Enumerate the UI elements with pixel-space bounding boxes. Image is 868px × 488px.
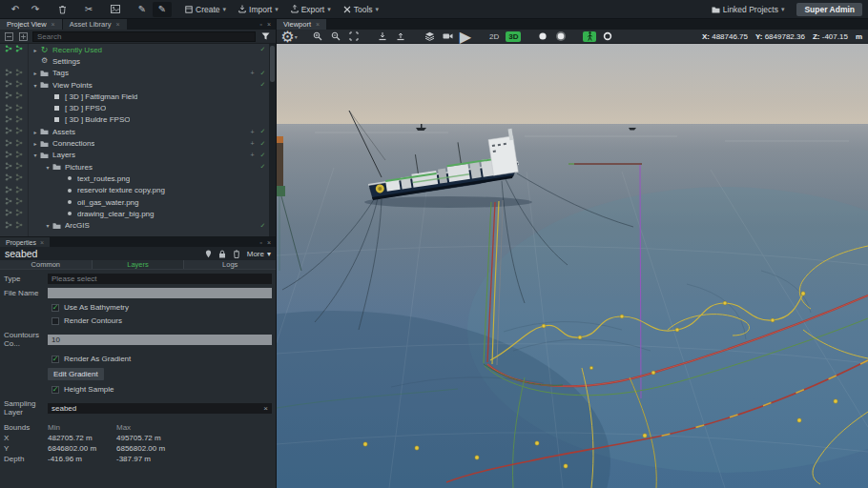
chevron-icon[interactable]: ▾ [44, 222, 52, 229]
project-tree[interactable]: ▸↻Recently Used✓⚙Settings▸Tags+✓▾View Po… [0, 44, 276, 236]
link-icon[interactable] [5, 127, 12, 136]
more-menu[interactable]: More▾ [247, 250, 271, 258]
visibility-check-icon[interactable]: ✓ [258, 81, 268, 89]
link-icon[interactable] [15, 104, 23, 113]
tab-properties[interactable]: Properties× [0, 237, 50, 247]
use-as-bathymetry-row[interactable]: ✓ Use As Bathymetry [52, 303, 272, 312]
zoom-fit-icon[interactable] [347, 30, 361, 42]
collapse-all-icon[interactable] [4, 31, 14, 42]
file-name-input[interactable] [48, 288, 272, 298]
shading-flat-icon[interactable] [536, 30, 549, 42]
tree-item-assets[interactable]: ▸Assets+✓ [0, 126, 276, 137]
tree-item-view-points[interactable]: ▾View Points✓ [0, 79, 276, 91]
edit-gradient-button[interactable]: Edit Gradient [48, 368, 104, 380]
link-icon[interactable] [15, 209, 23, 218]
view-2d-button[interactable]: 2D [487, 32, 501, 41]
link-icon[interactable] [5, 209, 12, 218]
tree-item-drawing-clear-big-png[interactable]: drawing_clear_big.png [0, 208, 276, 219]
link-icon[interactable] [15, 186, 23, 195]
link-icon[interactable] [5, 197, 12, 207]
type-select[interactable]: Please select [48, 274, 272, 284]
chevron-icon[interactable]: ▸ [31, 70, 39, 76]
render-contours-row[interactable]: Render Contours [52, 316, 272, 325]
linked-projects-menu[interactable]: Linked Projects▾ [706, 3, 791, 16]
visibility-check-icon[interactable]: ✓ [258, 152, 268, 159]
tree-item-3d-fpso[interactable]: [ 3D ] FPSO [0, 102, 276, 113]
visibility-check-icon[interactable]: ✓ [258, 222, 268, 230]
align-to-seabed-icon[interactable] [376, 30, 389, 42]
measure-icon[interactable]: ✎ [153, 2, 172, 17]
link-icon[interactable] [5, 173, 12, 183]
undo-icon[interactable]: ↶ [6, 2, 25, 17]
close-icon[interactable]: × [40, 239, 44, 246]
link-icon[interactable] [15, 151, 23, 160]
add-icon[interactable]: + [247, 152, 258, 158]
tree-item-reservoir-texture-copy-png[interactable]: reservoir texture copy.png [0, 185, 276, 196]
tree-item-3d-fattigman-field[interactable]: [ 3D ] Fattigman Field [0, 91, 276, 102]
image-icon[interactable] [106, 2, 125, 17]
filter-icon[interactable] [259, 31, 272, 42]
draw-icon[interactable]: ✎ [133, 2, 152, 17]
tree-item-layers[interactable]: ▾Layers+✓ [0, 150, 276, 161]
play-icon[interactable]: ▶ [459, 30, 472, 42]
tree-item-3d-buldre-fpso[interactable]: [ 3D ] Buldre FPSO [0, 114, 276, 126]
chevron-icon[interactable]: ▾ [31, 82, 39, 89]
expand-all-icon[interactable] [18, 31, 29, 42]
close-icon[interactable]: × [316, 21, 320, 28]
align-to-surface-icon[interactable] [394, 30, 407, 42]
walk-mode-button[interactable] [583, 31, 596, 42]
link-icon[interactable] [5, 69, 12, 78]
link-icon[interactable] [5, 139, 12, 149]
tree-item-tags[interactable]: ▸Tags+✓ [0, 68, 276, 79]
link-icon[interactable] [15, 115, 23, 125]
cut-icon[interactable]: ✂ [79, 2, 98, 17]
visibility-check-icon[interactable]: ✓ [258, 163, 268, 171]
link-icon[interactable] [5, 45, 12, 54]
add-icon[interactable]: + [247, 70, 258, 76]
maximize-icon[interactable]: ▫ [259, 21, 261, 28]
add-icon[interactable]: + [247, 140, 258, 147]
visibility-check-icon[interactable]: ✓ [258, 128, 268, 135]
zoom-in-icon[interactable] [311, 30, 324, 42]
shading-shadow-icon[interactable] [554, 30, 568, 42]
tree-item-settings[interactable]: ⚙Settings [0, 55, 276, 67]
orbit-mode-icon[interactable] [601, 30, 614, 42]
add-icon[interactable]: + [247, 129, 258, 135]
link-icon[interactable] [15, 162, 23, 172]
camera-icon[interactable] [441, 30, 454, 42]
contours-count-input[interactable]: 10 [48, 335, 272, 345]
tab-logs[interactable]: Logs [184, 260, 276, 269]
chevron-icon[interactable]: ▾ [31, 152, 39, 158]
3d-scene[interactable] [277, 44, 868, 488]
close-icon[interactable]: × [267, 21, 271, 28]
close-icon[interactable]: × [115, 21, 119, 28]
link-icon[interactable] [5, 151, 12, 160]
checkbox[interactable] [52, 317, 59, 325]
link-icon[interactable] [15, 173, 23, 183]
link-icon[interactable] [15, 127, 23, 136]
tree-scrollbar[interactable] [269, 44, 276, 236]
tree-item-pictures[interactable]: ▾Pictures✓ [0, 161, 276, 173]
link-icon[interactable] [5, 80, 12, 90]
super-admin-button[interactable]: Super Admin [796, 3, 862, 16]
link-icon[interactable] [15, 221, 23, 231]
chevron-icon[interactable]: ▸ [31, 47, 39, 53]
tab-common[interactable]: Common [0, 260, 93, 269]
tab-project-view[interactable]: Project View× [0, 19, 63, 30]
link-icon[interactable] [5, 115, 12, 125]
tab-asset-library[interactable]: Asset Library× [63, 19, 128, 30]
link-icon[interactable] [5, 162, 12, 172]
create-menu[interactable]: Create▾ [179, 3, 232, 16]
chevron-icon[interactable]: ▾ [44, 164, 52, 171]
zoom-out-icon[interactable] [329, 30, 342, 42]
redo-icon[interactable]: ↷ [26, 2, 45, 17]
link-icon[interactable] [15, 45, 23, 54]
tree-item-oil-gas-water-png[interactable]: oil_gas_water.png [0, 196, 276, 208]
link-icon[interactable] [15, 80, 23, 90]
checkbox[interactable]: ✓ [52, 356, 59, 363]
link-icon[interactable] [15, 197, 23, 207]
link-icon[interactable] [15, 69, 23, 78]
view-3d-button[interactable]: 3D [506, 31, 521, 42]
link-icon[interactable] [5, 104, 12, 113]
search-input[interactable] [32, 31, 256, 42]
